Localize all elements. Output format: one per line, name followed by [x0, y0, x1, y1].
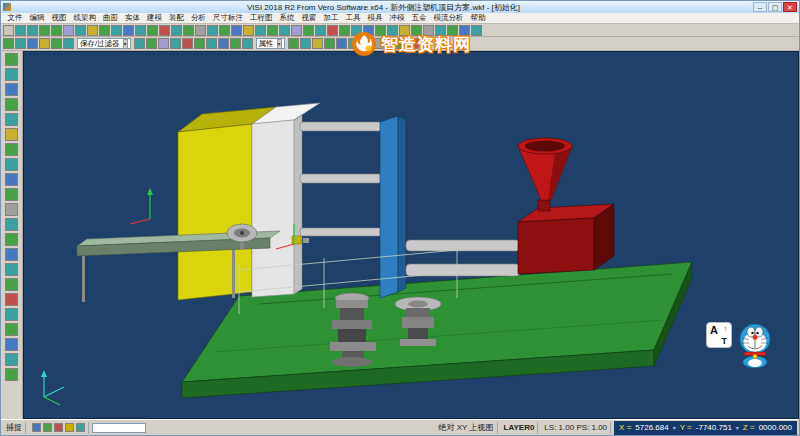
close-button[interactable]: ✕: [783, 2, 797, 12]
chevron-down-icon[interactable]: ▾: [123, 39, 128, 49]
toolbar-icon[interactable]: [5, 353, 18, 366]
injection-unit[interactable]: [518, 204, 614, 274]
toolbar-icon[interactable]: [5, 338, 18, 351]
menu-item[interactable]: 装配: [166, 13, 188, 23]
toolbar-icon[interactable]: [15, 38, 26, 49]
toolbar-icon[interactable]: [51, 25, 62, 36]
toolbar-icon[interactable]: [5, 53, 18, 66]
toolbar-icon[interactable]: [348, 38, 359, 49]
viewport-3d[interactable]: A ↑ T: [23, 51, 799, 419]
toolbar-icon[interactable]: [471, 25, 482, 36]
toolbar-icon[interactable]: [372, 38, 383, 49]
toolbar-icon[interactable]: [5, 173, 18, 186]
toolbar-icon[interactable]: [207, 25, 218, 36]
properties-combo[interactable]: 属性 ▾: [256, 38, 285, 49]
toolbar-icon[interactable]: [396, 38, 407, 49]
toolbar-icon[interactable]: [243, 25, 254, 36]
toolbar-icon[interactable]: [182, 38, 193, 49]
toolbar-icon[interactable]: [447, 25, 458, 36]
toolbar-icon[interactable]: [147, 25, 158, 36]
toolbar-icon[interactable]: [5, 248, 18, 261]
chevron-down-icon[interactable]: ▾: [277, 39, 282, 49]
toolbar-icon[interactable]: [5, 263, 18, 276]
toolbar-icon[interactable]: [363, 25, 374, 36]
toolbar-icon[interactable]: [135, 25, 146, 36]
toolbar-icon[interactable]: [5, 128, 18, 141]
menu-item[interactable]: 视窗: [298, 13, 320, 23]
toolbar-icon[interactable]: [336, 38, 347, 49]
toolbar-icon[interactable]: [3, 38, 14, 49]
toolbar-icon[interactable]: [267, 25, 278, 36]
menu-item[interactable]: 编辑: [26, 13, 48, 23]
menu-item[interactable]: 尺寸标注: [210, 13, 247, 23]
toolbar-icon[interactable]: [15, 25, 26, 36]
toolbar-icon[interactable]: [435, 25, 446, 36]
toolbar-icon[interactable]: [5, 83, 18, 96]
menu-item[interactable]: 冲模: [386, 13, 408, 23]
injection-cylinders[interactable]: [406, 240, 520, 276]
toolbar-icon[interactable]: [315, 25, 326, 36]
toolbar-icon[interactable]: [87, 25, 98, 36]
toolbar-icon[interactable]: [5, 308, 18, 321]
filter-combo[interactable]: 保存/过滤器 ▾: [77, 38, 131, 49]
toolbar-icon[interactable]: [39, 25, 50, 36]
menu-item[interactable]: 工程图: [247, 13, 277, 23]
toolbar-icon[interactable]: [171, 25, 182, 36]
toolbar-icon[interactable]: [5, 368, 18, 381]
toolbar-icon[interactable]: [375, 25, 386, 36]
toolbar-icon[interactable]: [5, 293, 18, 306]
toolbar-icon[interactable]: [423, 25, 434, 36]
toolbar-icon[interactable]: [195, 25, 206, 36]
status-icon[interactable]: [54, 423, 63, 432]
maximize-button[interactable]: ▢: [768, 2, 782, 12]
hopper-cone[interactable]: [518, 138, 572, 211]
toolbar-icon[interactable]: [279, 25, 290, 36]
toolbar-icon[interactable]: [5, 113, 18, 126]
toolbar-icon[interactable]: [291, 25, 302, 36]
active-layer-label[interactable]: LAYER0: [504, 423, 535, 432]
toolbar-icon[interactable]: [411, 25, 422, 36]
toolbar-icon[interactable]: [63, 38, 74, 49]
view-mode-label[interactable]: 绝对 XY 上视图: [439, 422, 494, 433]
menu-item[interactable]: 文件: [4, 13, 26, 23]
toolbar-icon[interactable]: [75, 25, 86, 36]
toolbar-icon[interactable]: [327, 25, 338, 36]
toolbar-icon[interactable]: [303, 25, 314, 36]
toolbar-icon[interactable]: [312, 38, 323, 49]
toolbar-icon[interactable]: [183, 25, 194, 36]
toolbar-icon[interactable]: [300, 38, 311, 49]
toolbar-icon[interactable]: [219, 25, 230, 36]
toolbar-icon[interactable]: [206, 38, 217, 49]
toolbar-icon[interactable]: [399, 25, 410, 36]
status-icon[interactable]: [65, 423, 74, 432]
toolbar-icon[interactable]: [384, 38, 395, 49]
toolbar-icon[interactable]: [324, 38, 335, 49]
menu-item[interactable]: 系统: [276, 13, 298, 23]
toolbar-icon[interactable]: [51, 38, 62, 49]
menu-item[interactable]: 线架构: [70, 13, 100, 23]
toolbar-icon[interactable]: [134, 38, 145, 49]
toolbar-icon[interactable]: [39, 38, 50, 49]
toolbar-icon[interactable]: [5, 188, 18, 201]
toolbar-icon[interactable]: [123, 25, 134, 36]
toolbar-icon[interactable]: [99, 25, 110, 36]
tie-bars[interactable]: [300, 122, 382, 236]
menu-item[interactable]: 实体: [122, 13, 144, 23]
toolbar-icon[interactable]: [5, 278, 18, 291]
toolbar-icon[interactable]: [387, 25, 398, 36]
toolbar-icon[interactable]: [360, 38, 371, 49]
menu-item[interactable]: 曲面: [100, 13, 122, 23]
menu-item[interactable]: 工具: [342, 13, 364, 23]
toolbar-icon[interactable]: [420, 38, 431, 49]
menu-item[interactable]: 模具: [364, 13, 386, 23]
blue-platen[interactable]: [380, 116, 406, 298]
menu-item[interactable]: 视图: [48, 13, 70, 23]
toolbar-icon[interactable]: [194, 38, 205, 49]
toolbar-icon[interactable]: [339, 25, 350, 36]
toolbar-icon[interactable]: [111, 25, 122, 36]
menu-item[interactable]: 帮助: [467, 13, 489, 23]
toolbar-icon[interactable]: [5, 323, 18, 336]
toolbar-icon[interactable]: [146, 38, 157, 49]
toolbar-icon[interactable]: [255, 25, 266, 36]
toolbar-icon[interactable]: [5, 233, 18, 246]
